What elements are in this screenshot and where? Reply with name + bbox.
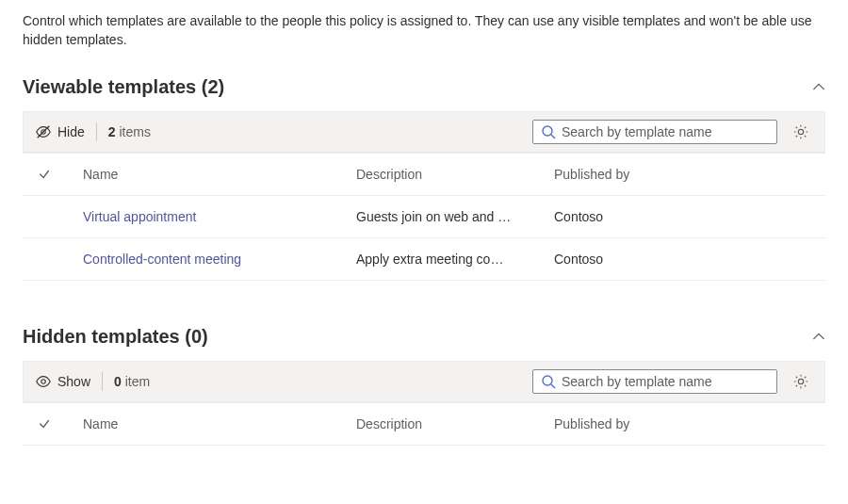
table-row[interactable]: Controlled-content meeting Apply extra m… bbox=[23, 237, 825, 280]
viewable-search-input[interactable] bbox=[562, 124, 769, 139]
hide-button-label: Hide bbox=[57, 124, 85, 139]
collapse-toggle-viewable[interactable] bbox=[812, 80, 825, 93]
template-description: Guests join on web and … bbox=[341, 195, 539, 237]
template-name-link[interactable]: Virtual appointment bbox=[83, 209, 196, 224]
show-button-label: Show bbox=[57, 374, 90, 389]
description-column-header[interactable]: Description bbox=[341, 153, 539, 195]
template-publisher: Contoso bbox=[539, 195, 825, 237]
hidden-section-header: Hidden templates (0) bbox=[23, 326, 825, 348]
table-row[interactable]: Virtual appointment Guests join on web a… bbox=[23, 195, 825, 237]
check-icon bbox=[38, 168, 51, 181]
svg-point-2 bbox=[543, 126, 552, 136]
name-column-header[interactable]: Name bbox=[68, 153, 341, 195]
page-description: Control which templates are available to… bbox=[23, 11, 825, 50]
gear-icon bbox=[792, 123, 809, 140]
hidden-table: Name Description Published by bbox=[23, 402, 825, 446]
svg-point-4 bbox=[798, 129, 803, 134]
toolbar-separator bbox=[96, 122, 97, 141]
viewable-search-box[interactable] bbox=[532, 120, 777, 144]
show-button[interactable]: Show bbox=[35, 373, 90, 390]
search-icon bbox=[541, 124, 556, 139]
template-description: Apply extra meeting co… bbox=[341, 237, 539, 280]
eye-hide-icon bbox=[35, 123, 52, 140]
hidden-toolbar: Show 0 item bbox=[23, 361, 825, 402]
hidden-settings-button[interactable] bbox=[789, 369, 813, 394]
viewable-toolbar: Hide 2 items bbox=[23, 111, 825, 153]
eye-show-icon bbox=[35, 373, 52, 390]
viewable-section-title: Viewable templates (2) bbox=[23, 76, 224, 98]
search-icon bbox=[541, 374, 556, 389]
publishedby-column-header[interactable]: Published by bbox=[539, 153, 825, 195]
publishedby-column-header[interactable]: Published by bbox=[539, 402, 825, 445]
hidden-section-title: Hidden templates (0) bbox=[23, 326, 208, 348]
toolbar-separator bbox=[102, 372, 103, 391]
hidden-item-count: 0 item bbox=[114, 374, 150, 389]
svg-line-3 bbox=[551, 135, 555, 138]
template-name-link[interactable]: Controlled-content meeting bbox=[83, 252, 241, 267]
svg-point-5 bbox=[41, 379, 46, 383]
gear-icon bbox=[792, 373, 809, 390]
viewable-settings-button[interactable] bbox=[789, 120, 813, 144]
select-all-column[interactable] bbox=[23, 402, 68, 445]
viewable-section-header: Viewable templates (2) bbox=[23, 76, 825, 98]
svg-point-8 bbox=[798, 379, 803, 383]
chevron-up-icon bbox=[812, 330, 825, 343]
name-column-header[interactable]: Name bbox=[68, 402, 341, 445]
select-all-column[interactable] bbox=[23, 153, 68, 195]
chevron-up-icon bbox=[812, 80, 825, 93]
svg-point-6 bbox=[543, 376, 552, 385]
svg-line-7 bbox=[551, 384, 555, 388]
hidden-search-input[interactable] bbox=[562, 374, 769, 389]
template-publisher: Contoso bbox=[539, 237, 825, 280]
viewable-item-count: 2 items bbox=[108, 124, 151, 139]
hidden-search-box[interactable] bbox=[532, 369, 777, 394]
check-icon bbox=[38, 417, 51, 431]
collapse-toggle-hidden[interactable] bbox=[812, 330, 825, 343]
description-column-header[interactable]: Description bbox=[341, 402, 539, 445]
viewable-table: Name Description Published by Virtual ap… bbox=[23, 153, 825, 281]
hide-button[interactable]: Hide bbox=[35, 123, 85, 140]
